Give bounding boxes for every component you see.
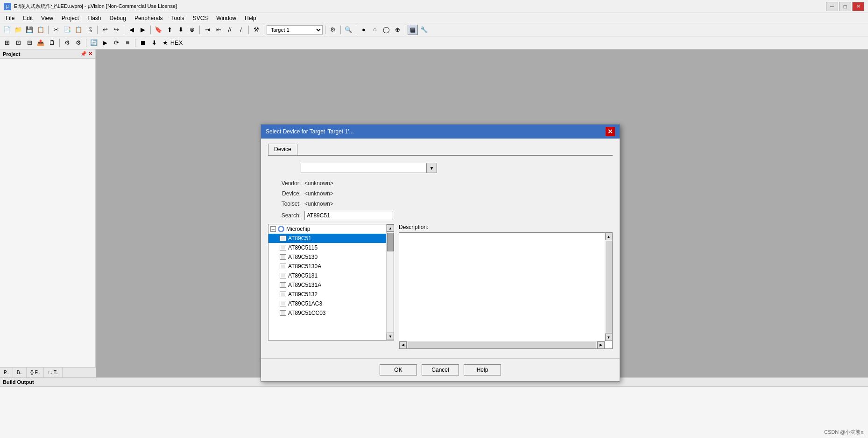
sidebar-pin-icon[interactable]: 📌 xyxy=(80,51,87,57)
search-input[interactable] xyxy=(304,211,393,220)
open-btn[interactable]: 📁 xyxy=(13,25,23,35)
hex-btn[interactable]: HEX xyxy=(171,38,182,48)
tab-templates[interactable]: ↑↓ T.. xyxy=(44,368,63,377)
restore-button[interactable]: □ xyxy=(839,2,851,11)
undo-btn[interactable]: ↩ xyxy=(100,25,110,35)
tree-scroll-down-btn[interactable]: ▼ xyxy=(387,333,394,340)
unindent-btn[interactable]: ⇤ xyxy=(213,25,224,35)
star-btn[interactable]: ★ xyxy=(160,38,170,48)
indent-btn[interactable]: ⇥ xyxy=(202,25,212,35)
tree-scroll-up-btn[interactable]: ▲ xyxy=(387,224,394,232)
new-btn[interactable]: 📄 xyxy=(2,25,12,35)
desc-scroll-down[interactable]: ▼ xyxy=(605,334,613,341)
cut-btn[interactable]: ✂ xyxy=(51,25,61,35)
build-btn[interactable]: ▶ xyxy=(100,38,110,48)
uncomment-btn[interactable]: / xyxy=(236,25,246,35)
misc-btn1[interactable]: ● xyxy=(359,25,369,35)
device-row-1[interactable]: AT89C5115 xyxy=(268,243,394,252)
tab-functions[interactable]: {} F.. xyxy=(27,368,44,377)
back-btn[interactable]: ◀ xyxy=(127,25,137,35)
desc-scroll-up[interactable]: ▲ xyxy=(605,233,613,240)
device-row-7[interactable]: AT89C51AC3 xyxy=(268,299,394,308)
minimize-button[interactable]: ─ xyxy=(826,2,838,11)
menu-edit[interactable]: Edit xyxy=(19,14,36,22)
batch-btn[interactable]: ≡ xyxy=(122,38,133,48)
search-btn[interactable]: 🔍 xyxy=(343,25,353,35)
manage2-btn[interactable]: ⚙ xyxy=(73,38,84,48)
copy-btn[interactable]: 📑 xyxy=(62,25,72,35)
translate-btn[interactable]: 🔄 xyxy=(89,38,99,48)
desc-scroll-track-h[interactable] xyxy=(408,342,596,348)
settings-btn[interactable]: 🔧 xyxy=(419,25,429,35)
download-btn[interactable]: ⬇ xyxy=(149,38,159,48)
toolbar2-btn3[interactable]: ⊟ xyxy=(24,38,35,48)
menu-tools[interactable]: Tools xyxy=(168,14,188,22)
desc-scroll-v[interactable]: ▲ ▼ xyxy=(605,233,612,341)
redo-btn[interactable]: ↪ xyxy=(111,25,121,35)
next-bookmark-btn[interactable]: ⬇ xyxy=(176,25,186,35)
device-row-8[interactable]: AT89C51CC03 xyxy=(268,308,394,318)
menu-peripherals[interactable]: Peripherals xyxy=(131,14,167,22)
menu-file[interactable]: File xyxy=(2,14,18,22)
tab-device[interactable]: Device xyxy=(268,144,297,155)
misc-btn4[interactable]: ⊕ xyxy=(392,25,402,35)
sidebar-close-icon[interactable]: ✕ xyxy=(88,51,92,57)
desc-scroll-h[interactable]: ◀ ▶ xyxy=(399,341,605,348)
sep-2 xyxy=(97,26,98,34)
rebuild-btn[interactable]: ⟳ xyxy=(111,38,121,48)
menu-debug[interactable]: Debug xyxy=(106,14,130,22)
ok-button[interactable]: OK xyxy=(380,364,417,375)
device-row-0[interactable]: AT89C51 xyxy=(268,234,394,243)
toolbar2-btn5[interactable]: 🗒 xyxy=(47,38,57,48)
print-btn[interactable]: 🖨 xyxy=(85,25,95,35)
desc-scroll-right[interactable]: ▶ xyxy=(597,341,605,349)
device-tree[interactable]: ─ Microchip AT89C51 AT89C5115 xyxy=(268,224,394,341)
prev-bookmark-btn[interactable]: ⬆ xyxy=(164,25,175,35)
title-bar-text: E:\嵌入式系统作业\LED.uvproj - µVision [Non-Com… xyxy=(14,3,826,10)
menu-svcs[interactable]: SVCS xyxy=(189,14,212,22)
tree-scroll-thumb[interactable] xyxy=(387,233,394,251)
menu-window[interactable]: Window xyxy=(212,14,240,22)
device-row-2[interactable]: AT89C5130 xyxy=(268,252,394,262)
device-combo-dropdown[interactable]: ▼ xyxy=(427,163,437,173)
save-btn[interactable]: 💾 xyxy=(24,25,35,35)
device-row-3[interactable]: AT89C5130A xyxy=(268,262,394,271)
bookmark-btn[interactable]: 🔖 xyxy=(153,25,163,35)
tab-project[interactable]: P.. xyxy=(0,368,13,377)
device-row-6[interactable]: AT89C5132 xyxy=(268,290,394,299)
close-button[interactable]: ✕ xyxy=(852,2,864,11)
save-all-btn[interactable]: 📋 xyxy=(35,25,46,35)
tree-scrollbar[interactable]: ▲ ▼ xyxy=(386,224,394,340)
menu-help[interactable]: Help xyxy=(241,14,260,22)
collapse-icon[interactable]: ─ xyxy=(270,226,276,232)
clear-bookmark-btn[interactable]: ⊗ xyxy=(187,25,197,35)
toolbar2-btn4[interactable]: 📤 xyxy=(35,38,46,48)
menu-view[interactable]: View xyxy=(37,14,57,22)
tab-books[interactable]: B.. xyxy=(13,368,27,377)
help-button[interactable]: Help xyxy=(464,364,501,375)
dialog-close-btn[interactable]: ✕ xyxy=(606,127,615,136)
forward-btn[interactable]: ▶ xyxy=(138,25,148,35)
toolbar2-btn1[interactable]: ⊞ xyxy=(2,38,12,48)
paste-btn[interactable]: 📋 xyxy=(73,25,84,35)
menu-project[interactable]: Project xyxy=(58,14,83,22)
misc-btn3[interactable]: ◯ xyxy=(381,25,391,35)
misc-btn2[interactable]: ○ xyxy=(370,25,380,35)
menu-flash[interactable]: Flash xyxy=(84,14,105,22)
device-row-4[interactable]: AT89C5131 xyxy=(268,271,394,280)
toolbar2-btn2[interactable]: ⊡ xyxy=(13,38,23,48)
device-combo-input[interactable] xyxy=(301,163,427,173)
manage-btn[interactable]: ⚙ xyxy=(62,38,72,48)
comment-btn[interactable]: // xyxy=(225,25,235,35)
sep-9 xyxy=(340,26,341,34)
build-target-btn[interactable]: ⚒ xyxy=(251,25,261,35)
desc-scroll-left[interactable]: ◀ xyxy=(399,341,407,349)
target-select[interactable]: Target 1Target 1 xyxy=(267,25,323,35)
desc-scroll-track-v[interactable] xyxy=(606,241,612,333)
stop-btn[interactable]: ⏹ xyxy=(138,38,148,48)
cancel-button[interactable]: Cancel xyxy=(422,364,459,375)
view-mode-btn[interactable]: ▤ xyxy=(408,25,418,35)
device-row-5[interactable]: AT89C5131A xyxy=(268,280,394,290)
vendor-node-row[interactable]: ─ Microchip xyxy=(268,224,394,234)
select-target-btn[interactable]: ⚙ xyxy=(328,25,338,35)
